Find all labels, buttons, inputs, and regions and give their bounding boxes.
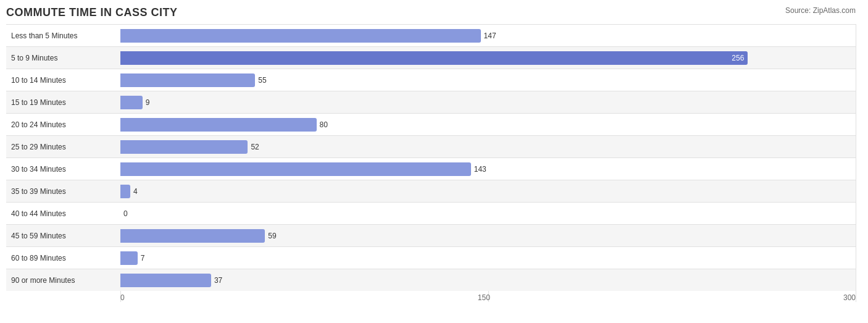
bar-container: 9 [120, 96, 856, 109]
bar: 59 [120, 229, 265, 243]
bar-label: 40 to 44 Minutes [6, 209, 120, 218]
bar-value: 52 [251, 143, 259, 151]
rows-wrapper: Less than 5 Minutes1475 to 9 Minutes2561… [6, 24, 856, 302]
bar-container: 80 [120, 118, 856, 132]
bar-label: 20 to 24 Minutes [6, 120, 120, 129]
table-row: Less than 5 Minutes147 [6, 24, 856, 46]
bar-container: 52 [120, 140, 856, 154]
bar-value: 0 [123, 209, 128, 218]
bar-container: 55 [120, 73, 856, 87]
bar: 7 [120, 251, 138, 265]
bar-label: 60 to 89 Minutes [6, 254, 120, 262]
bar-label: 10 to 14 Minutes [6, 76, 120, 85]
bar-label: 25 to 29 Minutes [6, 143, 120, 151]
bar-container: 143 [120, 162, 856, 176]
table-row: 60 to 89 Minutes7 [6, 246, 856, 269]
bar-container: 59 [120, 229, 856, 243]
axis-row: 0 150 300 [6, 293, 856, 302]
bar-label: 5 to 9 Minutes [6, 54, 120, 62]
table-row: 5 to 9 Minutes256 [6, 46, 856, 69]
bar-label: 15 to 19 Minutes [6, 98, 120, 107]
bar-label: 30 to 34 Minutes [6, 165, 120, 174]
bar-container: 256 [120, 51, 856, 65]
bar-container: 147 [120, 29, 856, 43]
bar-value: 7 [141, 254, 145, 262]
bar-value: 143 [474, 165, 486, 174]
axis-label-0: 0 [120, 293, 125, 302]
bar-container: 4 [120, 185, 856, 198]
axis-label-300: 300 [843, 293, 856, 302]
table-row: 25 to 29 Minutes52 [6, 135, 856, 157]
bar-label: 35 to 39 Minutes [6, 187, 120, 196]
bar: 80 [120, 118, 317, 132]
bar-container: 7 [120, 251, 856, 265]
chart-title: COMMUTE TIME IN CASS CITY [6, 6, 856, 19]
axis-labels: 0 150 300 [120, 293, 856, 302]
bar-value: 37 [214, 276, 222, 285]
bars-container: Less than 5 Minutes1475 to 9 Minutes2561… [6, 24, 856, 291]
bar: 143 [120, 162, 471, 176]
table-row: 35 to 39 Minutes4 [6, 180, 856, 202]
bar-label: 90 or more Minutes [6, 276, 120, 285]
bar: 55 [120, 73, 255, 87]
bar-value: 9 [146, 98, 150, 107]
bar: 147 [120, 29, 481, 43]
table-row: 30 to 34 Minutes143 [6, 157, 856, 180]
bar-value: 59 [268, 232, 276, 240]
bar-container: 37 [120, 274, 856, 287]
table-row: 10 to 14 Minutes55 [6, 69, 856, 91]
bar-value: 147 [484, 31, 496, 40]
bar-label: Less than 5 Minutes [6, 31, 120, 40]
axis-label-150: 150 [478, 293, 490, 302]
source-label: Source: ZipAtlas.com [785, 6, 856, 15]
bar-value: 4 [133, 187, 138, 196]
bar: 9 [120, 96, 143, 109]
bar-label: 45 to 59 Minutes [6, 232, 120, 240]
chart-container: COMMUTE TIME IN CASS CITY Source: ZipAtl… [0, 0, 868, 323]
bar-container: 0 [120, 207, 856, 220]
grid-line-300 [856, 24, 856, 302]
bar: 52 [120, 140, 248, 154]
bar: 4 [120, 185, 130, 198]
bar-value: 55 [258, 76, 266, 85]
bar-value: 256 [732, 54, 744, 62]
table-row: 45 to 59 Minutes59 [6, 224, 856, 246]
bar: 256 [120, 51, 748, 65]
table-row: 90 or more Minutes37 [6, 269, 856, 291]
table-row: 20 to 24 Minutes80 [6, 113, 856, 135]
table-row: 15 to 19 Minutes9 [6, 91, 856, 113]
bar: 37 [120, 274, 211, 287]
table-row: 40 to 44 Minutes0 [6, 202, 856, 224]
bar-value: 80 [320, 120, 328, 129]
